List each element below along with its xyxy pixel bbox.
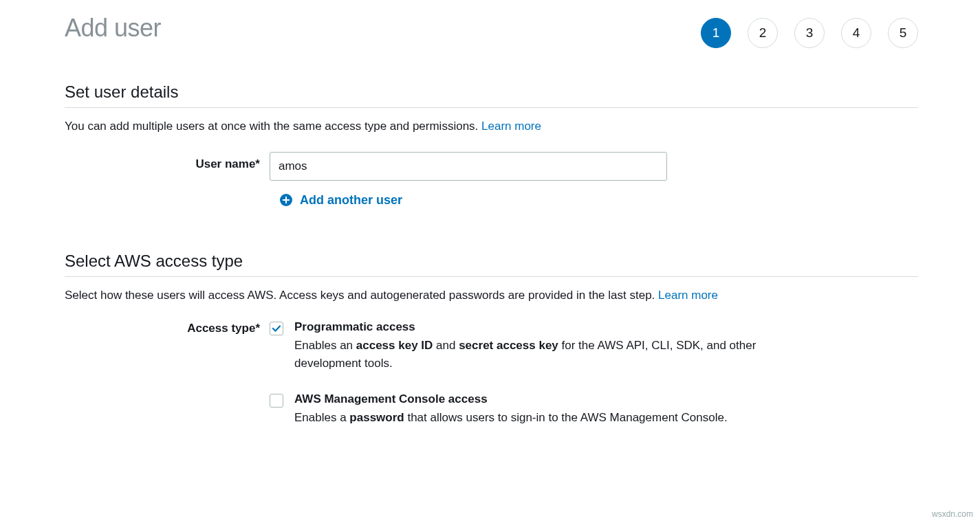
section-intro-user-details: You can add multiple users at once with … bbox=[65, 118, 918, 135]
header-row: Add user 1 2 3 4 5 bbox=[65, 14, 918, 48]
intro-text-access-type: Select how these users will access AWS. … bbox=[65, 289, 658, 302]
option-row-console: AWS Management Console access Enables a … bbox=[65, 392, 918, 427]
learn-more-link-details[interactable]: Learn more bbox=[481, 120, 541, 133]
form-row-username: User name* bbox=[65, 152, 918, 181]
section-intro-access-type: Select how these users will access AWS. … bbox=[65, 287, 918, 304]
intro-text-user-details: You can add multiple users at once with … bbox=[65, 120, 481, 133]
step-1[interactable]: 1 bbox=[701, 18, 731, 48]
checkbox-programmatic-access[interactable] bbox=[270, 322, 283, 335]
label-access-type: Access type* bbox=[65, 320, 270, 335]
option-desc-programmatic: Enables an access key ID and secret acce… bbox=[294, 337, 803, 373]
watermark: wsxdn.com bbox=[932, 509, 973, 519]
check-icon bbox=[272, 324, 281, 333]
add-another-user-button[interactable]: Add another user bbox=[279, 193, 918, 208]
option-title-console: AWS Management Console access bbox=[294, 392, 918, 406]
step-3[interactable]: 3 bbox=[794, 18, 825, 48]
page-title: Add user bbox=[65, 14, 161, 43]
username-input[interactable] bbox=[270, 152, 667, 181]
add-another-user-label: Add another user bbox=[300, 193, 402, 208]
checkbox-console-access[interactable] bbox=[270, 394, 283, 408]
step-2[interactable]: 2 bbox=[748, 18, 778, 48]
plus-circle-icon bbox=[279, 193, 293, 207]
option-desc-console: Enables a password that allows users to … bbox=[294, 409, 803, 427]
step-4[interactable]: 4 bbox=[841, 18, 871, 48]
section-heading-access-type: Select AWS access type bbox=[65, 252, 918, 277]
label-username: User name* bbox=[65, 152, 270, 171]
learn-more-link-access[interactable]: Learn more bbox=[658, 289, 718, 302]
wizard-stepper: 1 2 3 4 5 bbox=[701, 18, 918, 48]
section-heading-user-details: Set user details bbox=[65, 82, 918, 108]
step-5[interactable]: 5 bbox=[888, 18, 918, 48]
option-row-programmatic: Access type* Programmatic access Enables… bbox=[65, 320, 918, 373]
option-title-programmatic: Programmatic access bbox=[294, 320, 918, 334]
svg-rect-2 bbox=[283, 199, 290, 201]
